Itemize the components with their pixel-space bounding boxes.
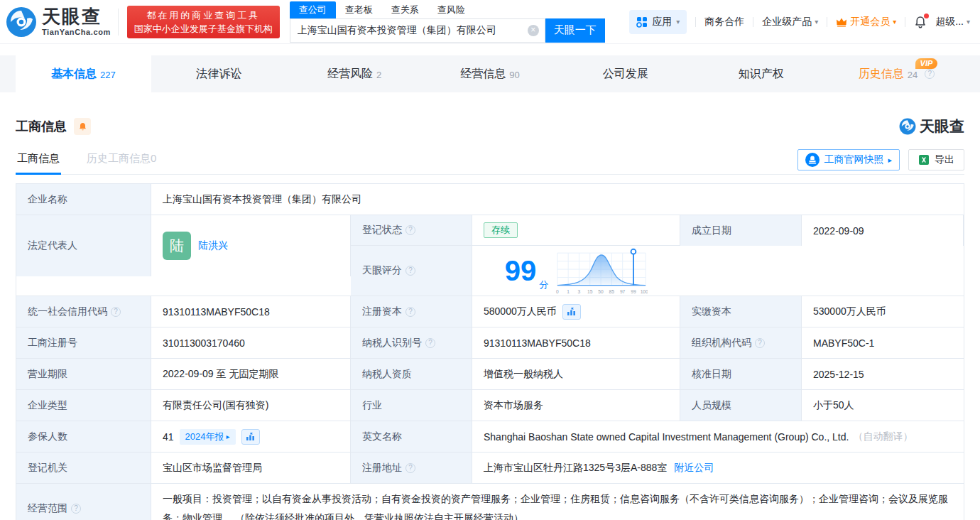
help-icon[interactable]: ? (925, 69, 935, 79)
field-label: 法定代表人 (16, 215, 151, 276)
apps-label: 应用 (652, 16, 672, 28)
help-icon[interactable]: ? (405, 463, 415, 473)
divider (118, 9, 119, 36)
help-icon[interactable]: ? (425, 338, 435, 348)
search-tab-risk[interactable]: 查风险 (428, 1, 474, 18)
field-label: 经营范围 ? (16, 484, 151, 520)
insured-count-cell: 41 2024年报 ▸ (151, 421, 351, 452)
search-tabs: 查公司 查老板 查关系 查风险 (290, 1, 605, 18)
tab-count: 227 (100, 70, 116, 80)
official-snapshot-button[interactable]: 工商官网快照 ▸ (797, 149, 900, 170)
crown-icon (836, 17, 847, 27)
tab-label: 基本信息 (51, 67, 97, 82)
open-vip-button[interactable]: 开通会员 ▾ (836, 16, 896, 28)
field-label: 注册资本 ? (351, 296, 472, 327)
field-label: 营业期限 (16, 359, 151, 389)
open-vip-label: 开通会员 (850, 16, 890, 28)
business-info-table: 企业名称 上海宝山国有资本投资管理（集团）有限公司 法定代表人 陆 陆洪兴 登记… (16, 183, 964, 520)
tab-label: 知识产权 (739, 67, 784, 82)
brand-name: 天眼查 (42, 7, 111, 26)
biz-cooperation-link[interactable]: 商务合作 (704, 16, 744, 28)
svg-text:1: 1 (567, 289, 570, 294)
annual-report-badge[interactable]: 2024年报 ▸ (180, 429, 236, 445)
tab-legal-proceedings[interactable]: 法律诉讼 (151, 55, 287, 92)
user-menu[interactable]: 超级... ▾ (935, 16, 970, 28)
label-text: 经营范围 (28, 502, 67, 515)
tab-count: 2 (376, 70, 381, 80)
capital-chart-icon[interactable] (562, 304, 581, 320)
score-distribution-chart: 0 1 3 15 50 85 97 99 100 (555, 246, 648, 296)
search-button[interactable]: 天眼一下 (545, 18, 605, 43)
tab-intellectual-property[interactable]: 知识产权 (693, 55, 829, 92)
divider (827, 17, 827, 27)
label-text: 注册资本 (362, 305, 402, 318)
label-text: 组织机构代码 (692, 337, 751, 350)
tab-history-business-info[interactable]: 历史工商信息0 (85, 152, 158, 174)
industry-value: 资本市场服务 (472, 390, 680, 421)
svg-text:99: 99 (631, 289, 636, 294)
field-label: 纳税人资质 (351, 359, 472, 389)
field-label: 纳税人识别号 ? (351, 327, 472, 358)
export-button[interactable]: 导出 (908, 149, 964, 170)
tab-operation-risk[interactable]: 经营风险 2 (287, 55, 423, 92)
promo-line1: 都在用的商业查询工具 (134, 9, 273, 22)
paid-capital-value: 530000万人民币 (802, 296, 964, 327)
registered-address-cell: 上海市宝山区牡丹江路1325号3层A-888室 附近公司 (472, 453, 964, 483)
search-tab-company[interactable]: 查公司 (290, 1, 336, 18)
nearby-companies-link[interactable]: 附近公司 (674, 462, 714, 475)
field-label: 实缴资本 (680, 296, 802, 327)
registration-status-cell: 存续 (472, 215, 680, 246)
search-input-wrap: × (290, 18, 545, 43)
search-tab-relation[interactable]: 查关系 (382, 1, 428, 18)
search-tab-boss[interactable]: 查老板 (336, 1, 382, 18)
vip-badge: VIP (915, 58, 938, 69)
help-icon[interactable]: ? (755, 338, 765, 348)
search-input[interactable] (290, 25, 545, 36)
notification-bell-icon[interactable] (914, 16, 927, 28)
chevron-down-icon: ▾ (893, 18, 896, 26)
enterprise-product-menu[interactable]: 企业级产品 ▾ (762, 16, 818, 28)
svg-text:100: 100 (641, 289, 648, 294)
chevron-down-icon: ▾ (676, 18, 680, 26)
help-icon[interactable]: ? (405, 307, 415, 317)
legal-rep-link[interactable]: 陆洪兴 (198, 239, 228, 252)
label-text: 纳税人识别号 (362, 337, 422, 350)
status-badge: 存续 (484, 222, 518, 238)
insured-chart-icon[interactable] (241, 429, 260, 445)
tianyancha-watermark: 天眼查 (899, 117, 964, 136)
tab-basic-info[interactable]: 基本信息 227 (16, 55, 151, 92)
apps-button[interactable]: 应用 ▾ (629, 10, 687, 34)
staff-size-value: 小于50人 (802, 390, 964, 421)
tab-business-registration-info[interactable]: 工商信息 (16, 152, 61, 174)
tab-label: 公司发展 (603, 67, 648, 82)
tianyancha-logo[interactable]: 天眼查 TianYanCha.com (6, 6, 111, 38)
watermark-label: 天眼查 (920, 117, 964, 136)
help-icon[interactable]: ? (405, 266, 415, 276)
tab-label: 经营信息 (460, 67, 506, 82)
approval-date-value: 2025-12-15 (802, 359, 964, 389)
tab-company-development[interactable]: 公司发展 (557, 55, 693, 92)
brand-domain: TianYanCha.com (42, 28, 111, 36)
clear-icon[interactable]: × (528, 25, 539, 36)
help-icon[interactable]: ? (111, 307, 121, 317)
table-row: 登记机关 宝山区市场监督管理局 注册地址 ? 上海市宝山区牡丹江路1325号3层… (16, 453, 964, 484)
credit-code-value: 91310113MABYF50C18 (151, 296, 351, 327)
taxpayer-id-value: 91310113MABYF50C18 (472, 327, 680, 358)
divider (753, 17, 753, 27)
avatar[interactable]: 陆 (163, 232, 191, 260)
field-label: 英文名称 (351, 421, 472, 452)
subscribe-bell-icon[interactable] (74, 118, 91, 135)
registered-address-value: 上海市宝山区牡丹江路1325号3层A-888室 (484, 462, 667, 475)
svg-text:97: 97 (620, 289, 626, 294)
snapshot-label: 工商官网快照 (824, 153, 883, 166)
taxpayer-qualification-value: 增值税一般纳税人 (472, 359, 680, 389)
help-icon[interactable]: ? (405, 225, 415, 235)
tab-history-info[interactable]: VIP 历史信息 24 ? (829, 55, 964, 92)
field-label: 工商注册号 (16, 327, 151, 358)
svg-text:85: 85 (609, 289, 615, 294)
help-icon[interactable]: ? (71, 504, 81, 514)
header-right-menu: 应用 ▾ 商务合作 企业级产品 ▾ 开通会员 ▾ (629, 10, 973, 34)
tab-operation-info[interactable]: 经营信息 90 (423, 55, 558, 92)
tianyan-score-cell[interactable]: 99 分 (472, 246, 680, 296)
divider (905, 17, 905, 27)
